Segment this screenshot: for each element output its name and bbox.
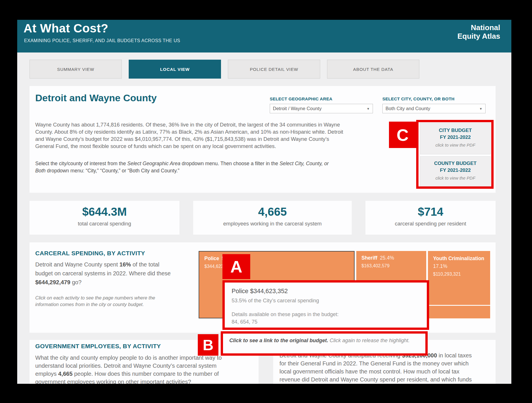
tooltip-details: Details available on these pages in the … [232, 312, 420, 318]
intro-line4: General Fund, the most flexible source o… [35, 143, 343, 150]
stat-label: carceral spending per resident [365, 221, 496, 227]
dashboard-window: At What Cost? EXAMINING POLICE, SHERIFF,… [17, 20, 511, 384]
tooltip-title: Police $344,623,352 [232, 288, 420, 295]
intro-line1: Wayne County has about 1,774,816 residen… [35, 121, 343, 128]
instructions-paragraph: Select the city/county of interest from … [35, 160, 329, 174]
employees-section-title: GOVERNMENT EMPLOYEES, BY ACTIVITY [35, 343, 161, 350]
stat-employees: 4,665 employees working in the carceral … [193, 201, 352, 235]
intro-line3: and Wayne County’s budget for 2022 was $… [35, 135, 343, 143]
stat-value: $714 [365, 205, 496, 218]
instructions-line2: Both dropdown menu: “City,” “County,” or… [35, 167, 329, 174]
geographic-area-label: SELECT GEOGRAPHIC AREA [270, 96, 373, 101]
tab-local-view[interactable]: LOCAL VIEW [129, 60, 221, 79]
brand-line2: Equity Atlas [457, 32, 500, 40]
stat-total-spending: $644.3M total carceral spending [30, 201, 179, 235]
city-county-select[interactable]: Both City and County ▼ [382, 104, 486, 113]
tab-about-the-data[interactable]: ABOUT THE DATA [327, 60, 419, 79]
intro-line2: County. About 8% of city residents ident… [35, 128, 343, 135]
tab-police-detail-view[interactable]: POLICE DETAIL VIEW [228, 60, 320, 79]
budget-links-highlight-box [416, 120, 494, 189]
brand-line1: National [457, 23, 500, 32]
annotation-label-a: A [222, 254, 250, 279]
carceral-section-note: Click on each activity to see the page n… [35, 295, 155, 308]
treemap-sheriff-amount: $163,402,579 [361, 263, 421, 268]
chevron-down-icon: ▼ [479, 107, 482, 110]
page-title: Detroit and Wayne County [35, 92, 157, 104]
city-county-value: Both City and County [386, 106, 430, 111]
tooltip-subtitle: 53.5% of the City’s carceral spending [232, 297, 420, 304]
caption-highlight-box: Click to see a link to the original budg… [221, 331, 428, 356]
stat-per-resident: $714 carceral spending per resident [365, 201, 496, 235]
treemap-youth-pct: 17.1% [433, 263, 485, 269]
geographic-area-select[interactable]: Detroit / Wayne County ▼ [270, 104, 373, 113]
treemap-cell-youth-criminalization[interactable]: Youth Criminalization 17.1% $110,293,321 [428, 251, 490, 305]
brand-logo: National Equity Atlas [457, 23, 500, 41]
chevron-down-icon: ▼ [367, 107, 370, 110]
tooltip-pages: 84, 654, 75 [232, 319, 420, 325]
treemap-cell-other[interactable] [428, 306, 490, 318]
carceral-section-title: CARCERAL SPENDING, BY ACTIVITY [35, 250, 145, 257]
geographic-area-value: Detroit / Wayne County [273, 106, 322, 111]
screenshot-stage: At What Cost? EXAMINING POLICE, SHERIFF,… [0, 0, 532, 403]
tab-summary-view[interactable]: SUMMARY VIEW [30, 60, 122, 79]
taxes-section-body: Detroit and Wayne County anticipated rec… [279, 351, 472, 383]
treemap-youth-name: Youth Criminalization [433, 256, 484, 261]
stat-label: total carceral spending [30, 221, 179, 227]
geographic-area-group: SELECT GEOGRAPHIC AREA Detroit / Wayne C… [270, 96, 373, 113]
stat-value: 4,665 [193, 205, 352, 218]
stat-label: employees working in the carceral system [193, 221, 352, 227]
employees-section-body: What the city and county employ people t… [35, 354, 222, 384]
app-subtitle: EXAMINING POLICE, SHERIFF, AND JAIL BUDG… [24, 38, 180, 43]
police-tooltip: Police $344,623,352 53.5% of the City’s … [222, 280, 429, 330]
carceral-section-body: Detroit and Wayne County spent 16% of th… [35, 260, 171, 287]
stat-value: $644.3M [30, 205, 179, 218]
annotation-label-b: B [198, 334, 218, 356]
instructions-line1: Select the city/county of interest from … [35, 160, 329, 167]
intro-paragraph: Wayne County has about 1,774,816 residen… [35, 121, 343, 150]
city-county-group: SELECT CITY, COUNTY, OR BOTH Both City a… [382, 96, 486, 113]
app-title: At What Cost? [24, 22, 108, 35]
city-county-label: SELECT CITY, COUNTY, OR BOTH [382, 96, 486, 101]
annotation-label-c: C [389, 122, 416, 148]
treemap-caption: Click to see a link to the original budg… [229, 338, 419, 344]
header-band: At What Cost? EXAMINING POLICE, SHERIFF,… [17, 20, 511, 52]
treemap-youth-amount: $110,293,321 [433, 272, 485, 277]
